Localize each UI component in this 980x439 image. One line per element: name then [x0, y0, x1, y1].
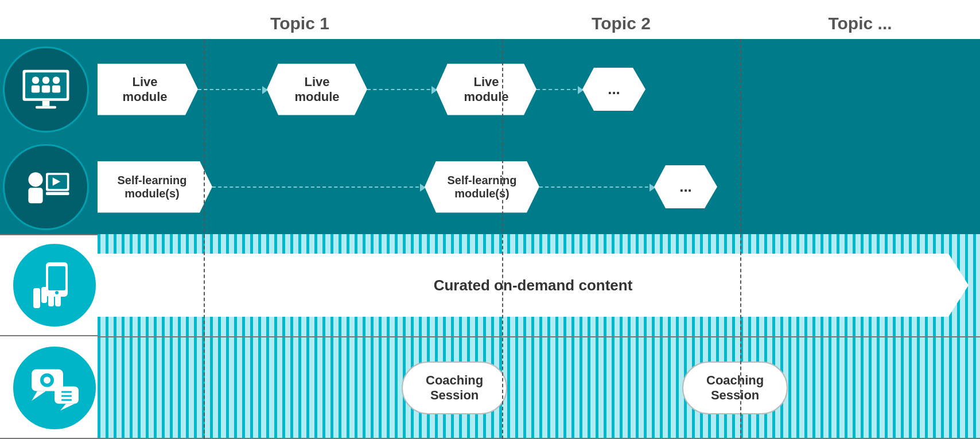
curated-text: Curated on-demand content: [434, 277, 633, 294]
svg-rect-11: [28, 188, 42, 203]
connector-3-4: [536, 89, 582, 90]
topic-2-label: Topic 2: [502, 14, 740, 33]
coaching-icon: [29, 362, 80, 414]
connector-1-2: [198, 89, 267, 90]
svg-marker-28: [60, 403, 75, 410]
svg-rect-29: [61, 391, 72, 393]
monitor-icon: [20, 64, 72, 115]
self-learning-row: Self-learningmodule(s) Self-learningmodu…: [0, 139, 980, 234]
coaching-session-1: CoachingSession: [402, 362, 507, 414]
svg-rect-3: [32, 85, 40, 92]
live-module-3: Livemodule: [436, 64, 536, 115]
main-page: Topic 1 Topic 2 Topic ...: [0, 0, 980, 439]
self-learning-icon-circle: [3, 144, 89, 230]
svg-marker-24: [32, 391, 46, 401]
curated-content-box: Curated on-demand content: [98, 254, 969, 317]
svg-rect-31: [61, 399, 72, 401]
svg-rect-21: [48, 295, 54, 306]
svg-rect-15: [46, 192, 69, 195]
svg-rect-22: [55, 295, 61, 306]
svg-rect-7: [52, 85, 60, 92]
topic-3-label: Topic ...: [740, 14, 980, 33]
svg-point-2: [32, 76, 40, 84]
coaching-icon-circle: [11, 345, 98, 431]
mobile-icon: [29, 259, 80, 311]
svg-rect-30: [61, 395, 72, 397]
divider-3: [740, 39, 741, 439]
svg-rect-8: [42, 100, 50, 106]
self-learning-module-1: Self-learningmodule(s): [98, 161, 212, 213]
svg-point-26: [44, 376, 50, 383]
svg-rect-19: [33, 288, 40, 308]
svg-rect-17: [48, 266, 65, 290]
live-module-2: Livemodule: [267, 64, 367, 115]
topic-1-label: Topic 1: [98, 14, 502, 33]
svg-point-18: [55, 291, 59, 294]
live-module-row: Livemodule Livemodule Livemodule: [0, 39, 980, 139]
svg-point-10: [28, 172, 42, 187]
self-learning-icon: [20, 161, 72, 213]
live-module-more: ...: [582, 68, 645, 111]
svg-rect-5: [42, 85, 50, 92]
coaching-row: CoachingSession CoachingSession: [0, 336, 980, 439]
self-learning-module-2: Self-learningmodule(s): [425, 161, 539, 213]
coaching-session-2: CoachingSession: [682, 362, 788, 414]
curated-icon-circle: [11, 242, 98, 328]
sl-connector-2-3: [539, 187, 654, 188]
svg-rect-20: [41, 287, 47, 303]
svg-point-6: [53, 76, 60, 84]
svg-point-4: [42, 76, 50, 84]
divider-1: [204, 39, 205, 439]
header-row: Topic 1 Topic 2 Topic ...: [98, 0, 980, 39]
live-module-icon-circle: [3, 46, 89, 133]
sl-connector-1-2: [212, 187, 425, 188]
divider-2: [502, 39, 503, 439]
svg-rect-9: [36, 106, 56, 108]
live-module-1: Livemodule: [98, 64, 198, 115]
curated-row: Curated on-demand content: [0, 234, 980, 336]
self-learning-module-more: ...: [654, 165, 717, 208]
connector-2-3: [367, 89, 436, 90]
